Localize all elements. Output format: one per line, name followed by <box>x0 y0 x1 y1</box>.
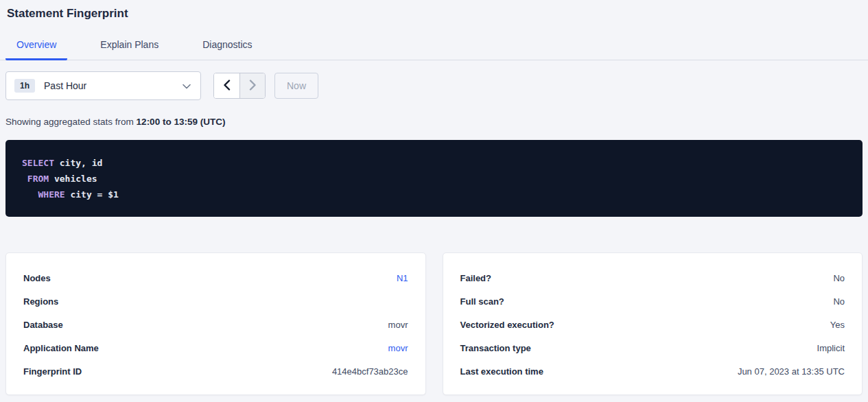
tab-overview[interactable]: Overview <box>5 39 67 60</box>
previous-interval-button[interactable] <box>214 73 239 98</box>
table-row: Full scan? No <box>460 289 845 313</box>
statement-details-card: Nodes N1 Regions Database movr Applicati… <box>5 252 426 395</box>
last-execution-time-label: Last execution time <box>460 366 543 377</box>
table-row: Database movr <box>23 313 408 336</box>
table-row: Nodes N1 <box>23 266 408 289</box>
table-row: Fingerprint ID 414e4bcf73ab23ce <box>23 359 408 383</box>
chevron-down-icon <box>183 80 191 92</box>
table-row: Regions <box>23 289 408 313</box>
sql-line: WHERE city = $1 <box>22 187 846 202</box>
regions-label: Regions <box>23 296 58 307</box>
tab-explain-plans[interactable]: Explain Plans <box>89 39 169 60</box>
sql-line: SELECT city, id <box>22 155 846 171</box>
table-row: Vectorized execution? Yes <box>460 313 845 336</box>
full-scan-label: Full scan? <box>460 296 504 307</box>
time-range-badge: 1h <box>14 79 35 93</box>
time-step-group <box>213 73 266 99</box>
time-range-label: Past Hour <box>44 80 183 91</box>
transaction-type-value: Implicit <box>817 343 845 353</box>
application-name-label: Application Name <box>23 343 99 353</box>
failed-value: No <box>833 273 845 283</box>
table-row: Application Name movr <box>23 336 408 359</box>
vectorized-execution-label: Vectorized execution? <box>460 320 554 330</box>
application-name-link[interactable]: movr <box>388 343 408 353</box>
execution-attributes-card: Failed? No Full scan? No Vectorized exec… <box>443 252 863 395</box>
chevron-right-icon <box>249 80 257 93</box>
summary-cards: Nodes N1 Regions Database movr Applicati… <box>5 252 863 395</box>
table-row: Last execution time Jun 07, 2023 at 13:3… <box>460 359 845 383</box>
nodes-link[interactable]: N1 <box>397 273 408 283</box>
tab-bar: Overview Explain Plans Diagnostics <box>0 39 868 60</box>
last-execution-time-value: Jun 07, 2023 at 13:35 UTC <box>738 366 845 377</box>
aggregated-stats-line: Showing aggregated stats from 12:00 to 1… <box>5 117 863 127</box>
tab-diagnostics[interactable]: Diagnostics <box>191 39 263 60</box>
next-interval-button[interactable] <box>239 73 265 98</box>
time-toolbar: 1h Past Hour Now <box>5 71 863 100</box>
transaction-type-label: Transaction type <box>460 343 531 353</box>
time-range-select[interactable]: 1h Past Hour <box>5 71 201 100</box>
sql-statement-box: SELECT city, id FROM vehicles WHERE city… <box>5 140 863 217</box>
table-row: Transaction type Implicit <box>460 336 845 359</box>
database-value: movr <box>388 320 408 330</box>
fingerprint-id-label: Fingerprint ID <box>23 366 82 377</box>
page-title: Statement Fingerprint <box>7 7 868 21</box>
aggregated-stats-range: 12:00 to 13:59 (UTC) <box>137 117 226 127</box>
database-label: Database <box>23 320 63 330</box>
nodes-label: Nodes <box>23 273 51 283</box>
chevron-left-icon <box>223 80 231 93</box>
aggregated-stats-prefix: Showing aggregated stats from <box>5 117 137 127</box>
full-scan-value: No <box>833 296 845 307</box>
vectorized-execution-value: Yes <box>830 320 845 330</box>
table-row: Failed? No <box>460 266 845 289</box>
sql-line: FROM vehicles <box>22 171 846 187</box>
failed-label: Failed? <box>460 273 492 283</box>
now-button[interactable]: Now <box>274 73 318 99</box>
fingerprint-id-value: 414e4bcf73ab23ce <box>332 366 408 377</box>
